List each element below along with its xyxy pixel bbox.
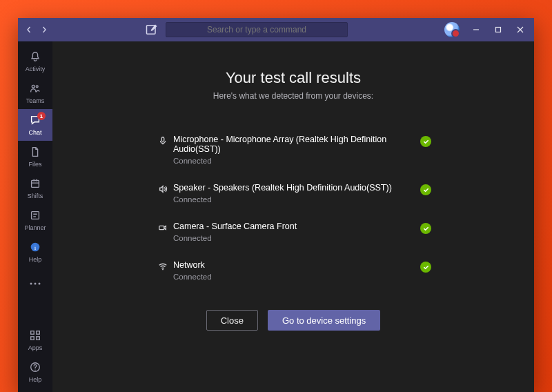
result-row: NetworkConnected [155,252,431,291]
nav-forward-button[interactable] [40,26,48,34]
page-title: Your test call results [226,69,361,87]
svg-point-10 [39,283,41,285]
planner-icon [29,209,41,223]
compose-icon[interactable] [145,23,159,37]
avatar[interactable] [444,22,460,37]
result-row: Microphone - Microphone Array (Realtek H… [155,126,431,175]
results-list: Microphone - Microphone Array (Realtek H… [155,126,431,291]
result-status: Connected [173,157,420,165]
svg-point-8 [30,283,32,285]
window-controls [465,18,531,41]
bell-icon [29,50,41,64]
rail-more-button[interactable] [18,268,52,300]
rail-item-help[interactable]: iHelp [18,236,52,268]
helpblue-icon: i [29,241,41,255]
result-name: Network [173,260,420,270]
rail-item-label: Apps [28,344,43,351]
titlebar [18,18,534,41]
camera-icon [155,222,170,233]
svg-rect-5 [32,212,39,219]
svg-rect-12 [37,331,40,335]
network-icon [155,260,170,271]
rail-item-label: Shifts [28,193,43,199]
result-status: Connected [173,273,420,281]
minimize-button[interactable] [465,18,487,41]
page-subtitle: Here's what we detected from your device… [213,91,373,101]
result-row: Speaker - Speakers (Realtek High Definit… [155,175,431,213]
result-name: Speaker - Speakers (Realtek High Definit… [173,183,420,193]
result-status: Connected [173,234,420,242]
rail-item-label: Chat [28,129,41,136]
rail-item-label: Help [29,256,42,263]
mic-icon [155,135,170,146]
svg-point-2 [32,85,34,88]
search-input[interactable] [166,22,348,37]
svg-rect-11 [31,331,34,335]
rail-item-label: Activity [26,66,46,72]
speaker-icon [155,183,170,194]
rail-item-help[interactable]: Help [18,356,52,388]
rail-item-chat[interactable]: Chat1 [18,109,52,141]
rail-item-apps[interactable]: Apps [18,324,52,356]
app-window: ActivityTeamsChat1FilesShiftsPlanneriHel… [18,18,534,392]
apps-icon [29,329,41,343]
svg-rect-13 [31,337,34,340]
maximize-button[interactable] [487,18,509,41]
result-row: Camera - Surface Camera FrontConnected [155,213,431,252]
result-name: Microphone - Microphone Array (Realtek H… [173,135,420,154]
check-ok-icon [420,223,431,234]
svg-rect-16 [161,137,164,141]
svg-point-3 [36,86,38,88]
app-rail: ActivityTeamsChat1FilesShiftsPlanneriHel… [18,41,52,392]
nav-back-button[interactable] [25,26,33,34]
svg-rect-14 [37,337,40,340]
rail-item-planner[interactable]: Planner [18,204,52,236]
teams-icon [29,82,41,96]
rail-item-label: Planner [24,224,46,231]
result-name: Camera - Surface Camera Front [173,222,420,231]
rail-item-label: Teams [26,97,45,104]
files-icon [29,146,41,159]
svg-rect-1 [496,28,501,32]
rail-badge: 1 [37,112,46,120]
close-button[interactable] [509,18,531,41]
rail-item-activity[interactable]: Activity [18,46,52,77]
check-ok-icon [420,136,431,147]
svg-point-9 [34,283,37,285]
rail-item-shifts[interactable]: Shifts [18,173,52,204]
nav-arrows [25,26,48,34]
check-ok-icon [420,262,431,273]
result-status: Connected [173,195,420,204]
rail-item-label: Files [28,161,41,168]
svg-rect-17 [159,226,164,229]
svg-point-18 [162,269,164,271]
go-to-device-settings-button[interactable]: Go to device settings [268,310,380,331]
main-content: Your test call results Here's what we de… [52,41,534,392]
rail-item-files[interactable]: Files [18,141,52,173]
check-ok-icon [420,184,431,195]
close-results-button[interactable]: Close [206,310,258,331]
rail-item-label: Help [29,376,42,383]
action-bar: Close Go to device settings [206,310,381,331]
rail-item-teams[interactable]: Teams [18,77,52,109]
help-icon [29,361,41,375]
shifts-icon [29,177,41,191]
svg-rect-4 [32,181,39,188]
